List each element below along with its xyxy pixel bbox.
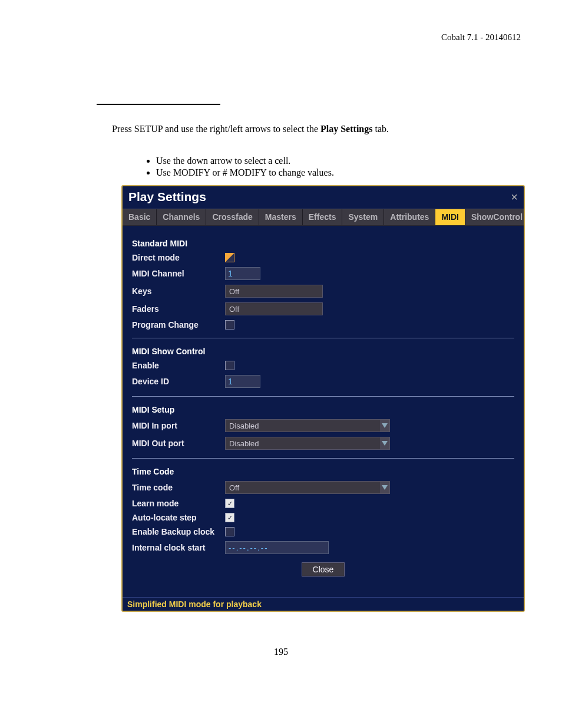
group-standard-midi: Standard MIDI [132,239,514,248]
doc-header: Cobalt 7.1 - 20140612 [441,32,521,42]
instruction-bullets: Use the down arrow to select a cell. Use… [133,156,334,179]
window-title: Play Settings [128,190,206,204]
tab-crossfade[interactable]: Crossfade [206,209,259,225]
label-enable-backup-clock: Enable Backup clock [132,527,225,536]
checkbox-learn-mode[interactable]: ✓ [225,499,234,508]
close-button[interactable]: Close [302,562,345,577]
input-internal-clock-start[interactable] [225,541,329,554]
select-value: Disabled [226,439,380,448]
checkbox-direct-mode[interactable] [225,253,234,262]
label-time-code: Time code [132,483,225,492]
tab-channels[interactable]: Channels [157,209,206,225]
divider [132,396,514,397]
chevron-down-icon [380,420,389,431]
section-title: Play Settings - MIDI [97,88,190,101]
label-direct-mode: Direct mode [132,253,225,262]
label-keys: Keys [132,286,225,296]
chevron-down-icon [380,482,389,493]
bullet-item: Use MODIFY or # MODIFY to change values. [156,167,334,178]
label-internal-clock-start: Internal clock start [132,543,225,552]
play-settings-window: Play Settings × Basic Channels Crossfade… [121,185,525,612]
tab-basic[interactable]: Basic [123,209,157,225]
close-icon[interactable]: × [511,191,518,203]
label-midi-channel: MIDI Channel [132,269,225,278]
label-enable: Enable [132,361,225,370]
label-program-change: Program Change [132,320,225,330]
label-midi-out-port: MIDI Out port [132,439,225,448]
select-value: Off [226,483,380,492]
instruction-text: Press SETUP and use the right/left arrow… [112,124,389,134]
settings-panel: Standard MIDI Direct mode MIDI Channel K… [123,226,524,577]
select-value: Off [226,287,322,296]
select-midi-in-port[interactable]: Disabled [225,419,390,432]
select-time-code[interactable]: Off [225,481,390,494]
tab-bar: Basic Channels Crossfade Masters Effects… [123,209,524,226]
select-keys[interactable]: Off [225,285,323,298]
tab-attributes[interactable]: Attributes [384,209,435,225]
group-time-code: Time Code [132,467,514,476]
group-midi-setup: MIDI Setup [132,405,514,414]
status-bar: Simplified MIDI mode for playback [123,597,524,611]
checkbox-program-change[interactable] [225,320,234,330]
label-faders: Faders [132,304,225,314]
chevron-down-icon [380,437,389,449]
checkbox-enable[interactable] [225,361,234,370]
select-value: Disabled [226,421,380,430]
select-value: Off [226,305,322,314]
label-midi-in-port: MIDI In port [132,421,225,430]
checkbox-auto-locate-step[interactable]: ✓ [225,513,234,522]
label-learn-mode: Learn mode [132,499,225,508]
bullet-item: Use the down arrow to select a cell. [156,156,334,166]
tab-midi[interactable]: MIDI [435,209,465,225]
checkbox-enable-backup-clock[interactable] [225,527,234,536]
section-title-underline [97,103,220,105]
tab-effects[interactable]: Effects [303,209,343,225]
group-msc: MIDI Show Control [132,347,514,356]
input-midi-channel[interactable] [225,267,260,280]
select-faders[interactable]: Off [225,302,323,315]
label-device-id: Device ID [132,377,225,386]
select-midi-out-port[interactable]: Disabled [225,437,390,450]
tab-masters[interactable]: Masters [259,209,303,225]
page-number: 195 [0,647,562,657]
divider [132,338,514,338]
input-device-id[interactable] [225,375,260,388]
tab-system[interactable]: System [342,209,384,225]
divider [132,458,514,459]
tab-showcontrol[interactable]: ShowControl [465,209,525,225]
label-auto-locate-step: Auto-locate step [132,513,225,522]
